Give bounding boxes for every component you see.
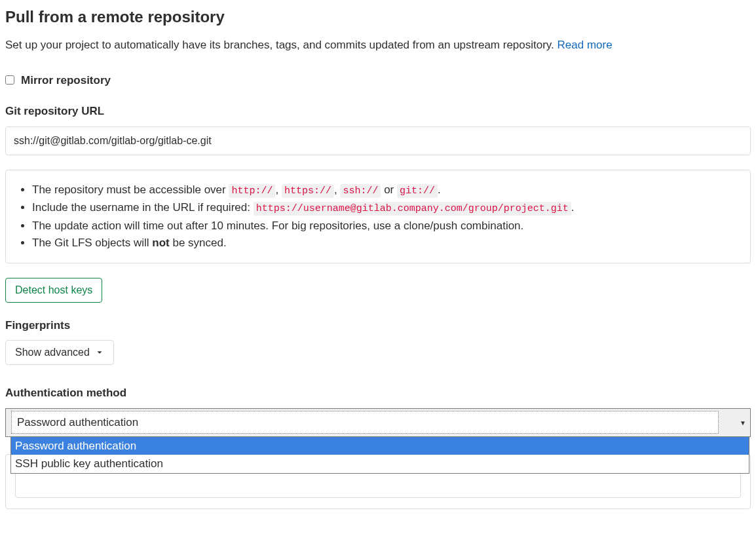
- auth-method-select[interactable]: Password authentication ▼: [5, 408, 751, 437]
- code-http: http://: [229, 184, 275, 198]
- text: ,: [275, 183, 281, 196]
- git-url-input[interactable]: [5, 126, 751, 155]
- text: The Git LFS objects will: [32, 237, 152, 249]
- code-ssh: ssh://: [340, 184, 381, 198]
- auth-method-dropdown: Password authentication SSH public key a…: [10, 437, 749, 474]
- chevron-down-icon: [95, 348, 104, 357]
- text: or: [381, 183, 397, 196]
- git-url-label: Git repository URL: [5, 103, 751, 120]
- text: be synced.: [170, 237, 227, 249]
- mirror-checkbox-row: Mirror repository: [5, 72, 751, 89]
- text: ,: [334, 183, 340, 196]
- code-https: https://: [282, 184, 334, 198]
- dropdown-arrow-icon: ▼: [740, 417, 746, 427]
- auth-option-password[interactable]: Password authentication: [11, 437, 749, 455]
- code-example-url: https://username@gitlab.company.com/grou…: [254, 202, 571, 216]
- mirror-checkbox-label[interactable]: Mirror repository: [21, 72, 111, 89]
- show-advanced-label: Show advanced: [15, 347, 90, 358]
- text: .: [438, 183, 441, 196]
- text-not: not: [152, 237, 169, 249]
- info-item-timeout: The update action will time out after 10…: [32, 218, 738, 235]
- text: .: [571, 201, 575, 214]
- info-box: The repository must be accessible over h…: [5, 170, 751, 263]
- description: Set up your project to automatically hav…: [5, 37, 751, 54]
- page-title: Pull from a remote repository: [5, 5, 751, 29]
- mirror-checkbox[interactable]: [5, 75, 14, 85]
- show-advanced-button[interactable]: Show advanced: [5, 340, 114, 365]
- detect-host-keys-button[interactable]: Detect host keys: [5, 278, 102, 303]
- auth-option-ssh[interactable]: SSH public key authentication: [11, 455, 749, 473]
- info-item-protocols: The repository must be accessible over h…: [32, 181, 738, 199]
- read-more-link[interactable]: Read more: [558, 39, 613, 51]
- code-git: git://: [397, 184, 438, 198]
- info-item-lfs: The Git LFS objects will not be synced.: [32, 235, 738, 252]
- fingerprints-label: Fingerprints: [5, 317, 751, 334]
- description-text: Set up your project to automatically hav…: [5, 39, 558, 51]
- text: The repository must be accessible over: [32, 183, 229, 196]
- text: Include the username in the URL if requi…: [32, 201, 254, 214]
- auth-method-label: Authentication method: [5, 385, 751, 402]
- info-item-username: Include the username in the URL if requi…: [32, 199, 738, 217]
- auth-method-selected: Password authentication: [11, 411, 719, 434]
